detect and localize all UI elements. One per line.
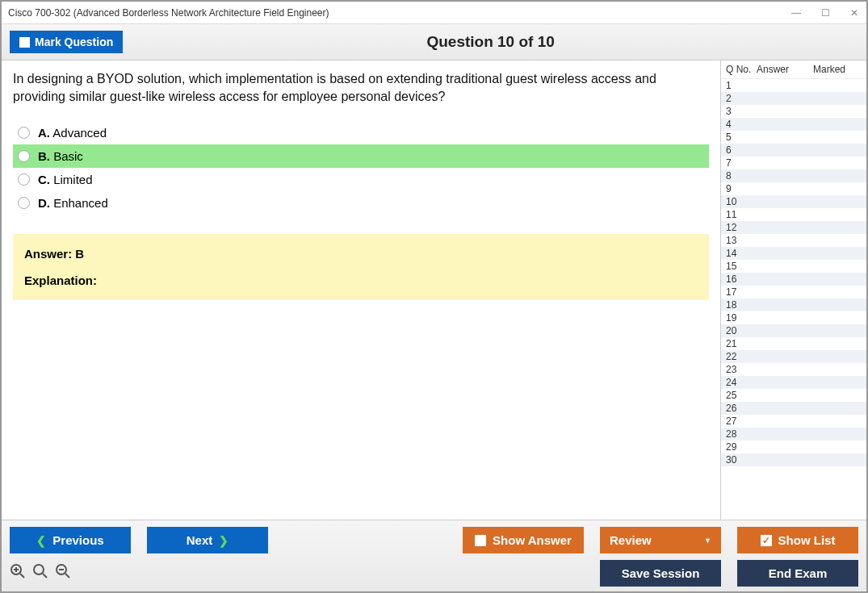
question-list-sidebar: Q No. Answer Marked 12345678910111213141… (720, 61, 866, 520)
question-row[interactable]: 5 (721, 131, 866, 144)
q-number: 24 (726, 377, 750, 388)
save-session-label: Save Session (622, 566, 700, 580)
question-row[interactable]: 4 (721, 118, 866, 131)
zoom-controls (10, 563, 71, 583)
mark-question-button[interactable]: Mark Question (10, 31, 123, 53)
question-row[interactable]: 19 (721, 311, 866, 324)
end-exam-label: End Exam (769, 566, 828, 580)
question-row[interactable]: 10 (721, 195, 866, 208)
svg-line-1 (20, 574, 24, 578)
answer-explanation-box: Answer: B Explanation: (13, 234, 709, 300)
end-exam-button[interactable]: End Exam (737, 560, 858, 587)
window-title: Cisco 700-302 (Advanced Borderless Netwo… (8, 7, 329, 19)
option-label: B. Basic (38, 149, 83, 163)
q-number: 1 (726, 80, 750, 91)
option-label: D. Enhanced (38, 196, 108, 210)
q-number: 22 (726, 351, 750, 362)
chevron-right-icon: ❯ (219, 534, 229, 547)
review-dropdown[interactable]: Review ▼ (600, 527, 721, 553)
question-row[interactable]: 24 (721, 376, 866, 389)
svg-line-5 (43, 574, 47, 578)
question-row[interactable]: 25 (721, 389, 866, 402)
question-row[interactable]: 2 (721, 92, 866, 105)
question-counter: Question 10 of 10 (123, 33, 858, 51)
q-number: 2 (726, 93, 750, 104)
question-row[interactable]: 30 (721, 453, 866, 466)
question-row[interactable]: 22 (721, 350, 866, 363)
radio-icon (18, 127, 30, 139)
save-session-button[interactable]: Save Session (600, 560, 721, 587)
question-row[interactable]: 17 (721, 286, 866, 299)
minimize-icon[interactable]: — (790, 7, 802, 19)
question-row[interactable]: 23 (721, 363, 866, 376)
window-controls: — ☐ ✕ (790, 7, 860, 19)
previous-button[interactable]: ❮ Previous (10, 527, 131, 553)
question-row[interactable]: 21 (721, 337, 866, 350)
q-number: 19 (726, 312, 750, 324)
question-row[interactable]: 6 (721, 144, 866, 157)
q-number: 23 (726, 364, 750, 375)
question-row[interactable]: 13 (721, 234, 866, 247)
question-row[interactable]: 8 (721, 169, 866, 182)
option-c[interactable]: C. Limited (13, 168, 709, 191)
q-number: 17 (726, 286, 750, 298)
question-row[interactable]: 18 (721, 299, 866, 311)
q-number: 30 (726, 454, 750, 466)
header-answer: Answer (757, 64, 813, 75)
sidebar-header: Q No. Answer Marked (721, 61, 866, 79)
radio-icon (18, 173, 30, 186)
question-row[interactable]: 29 (721, 441, 866, 453)
question-row[interactable]: 15 (721, 260, 866, 273)
question-row[interactable]: 28 (721, 428, 866, 441)
question-row[interactable]: 11 (721, 208, 866, 221)
question-row[interactable]: 12 (721, 221, 866, 234)
option-a[interactable]: A. Advanced (13, 121, 709, 144)
q-number: 20 (726, 325, 750, 336)
question-row[interactable]: 16 (721, 273, 866, 286)
zoom-in-icon[interactable] (10, 563, 26, 583)
titlebar: Cisco 700-302 (Advanced Borderless Netwo… (2, 2, 866, 24)
checkbox-checked-icon: ✓ (761, 535, 772, 546)
q-number: 27 (726, 416, 750, 427)
svg-line-7 (65, 574, 69, 578)
question-row[interactable]: 3 (721, 105, 866, 118)
option-d[interactable]: D. Enhanced (13, 191, 709, 215)
q-number: 29 (726, 441, 750, 453)
question-text: In designing a BYOD solution, which impl… (13, 70, 709, 105)
answer-label: Answer: B (24, 247, 698, 261)
header-qno: Q No. (726, 64, 757, 75)
question-row[interactable]: 14 (721, 247, 866, 260)
q-number: 18 (726, 299, 750, 311)
q-number: 21 (726, 338, 750, 349)
explanation-label: Explanation: (24, 274, 698, 287)
button-row-1: ❮ Previous Next ❯ Show Answer Review ▼ ✓… (10, 527, 858, 553)
main-area: In designing a BYOD solution, which impl… (2, 61, 866, 520)
question-row[interactable]: 26 (721, 402, 866, 415)
show-list-button[interactable]: ✓ Show List (737, 527, 858, 553)
q-number: 4 (726, 119, 750, 130)
options-list: A. AdvancedB. BasicC. LimitedD. Enhanced (13, 121, 709, 215)
mark-question-label: Mark Question (35, 35, 113, 48)
maximize-icon[interactable]: ☐ (820, 7, 831, 19)
question-row[interactable]: 1 (721, 79, 866, 92)
review-label: Review (610, 533, 652, 547)
svg-point-4 (34, 565, 44, 574)
option-b[interactable]: B. Basic (13, 144, 709, 168)
question-row[interactable]: 7 (721, 157, 866, 169)
show-answer-button[interactable]: Show Answer (463, 527, 584, 553)
next-label: Next (187, 533, 213, 547)
question-list[interactable]: 1234567891011121314151617181920212223242… (721, 79, 866, 520)
q-number: 11 (726, 209, 750, 220)
next-button[interactable]: Next ❯ (147, 527, 268, 553)
question-row[interactable]: 9 (721, 182, 866, 195)
header-marked: Marked (813, 64, 862, 75)
option-label: C. Limited (38, 173, 93, 186)
radio-icon (18, 150, 30, 162)
close-icon[interactable]: ✕ (849, 7, 860, 19)
zoom-reset-icon[interactable] (32, 563, 48, 583)
zoom-out-icon[interactable] (55, 563, 71, 583)
toolbar: Mark Question Question 10 of 10 (2, 24, 866, 61)
previous-label: Previous (52, 533, 103, 547)
question-row[interactable]: 27 (721, 415, 866, 428)
question-row[interactable]: 20 (721, 324, 866, 337)
